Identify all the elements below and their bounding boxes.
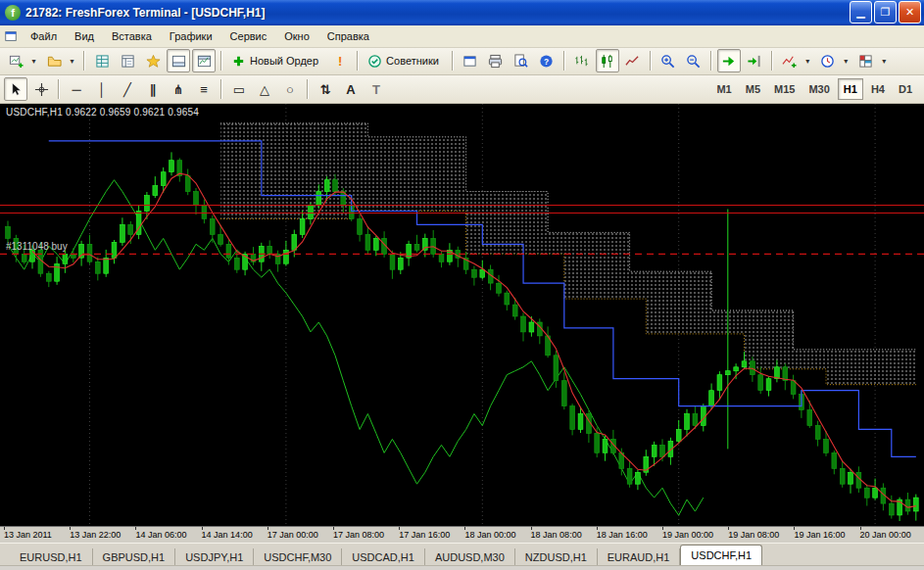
pitchfork-tool[interactable]: ⋔	[167, 77, 190, 101]
crosshair-tool[interactable]	[29, 77, 53, 101]
navigator-button[interactable]	[141, 49, 165, 72]
chart-tab-nzdusdh1[interactable]: NZDUSD,H1	[515, 548, 598, 565]
price-chart[interactable]	[0, 104, 924, 527]
menu-item-0[interactable]: Файл	[22, 27, 66, 45]
chart-tab-eurusdh1[interactable]: EURUSD,H1	[10, 548, 93, 565]
indicators-icon	[781, 54, 798, 69]
auto-scroll-icon	[720, 54, 737, 69]
close-icon: ✕	[905, 6, 914, 19]
indicators-button-dropdown[interactable]: ▾	[802, 50, 813, 71]
timeframe-D1[interactable]: D1	[893, 78, 918, 100]
market-watch-button[interactable]	[90, 49, 114, 72]
terminal-button[interactable]	[167, 49, 190, 72]
trendline-tool[interactable]: ╱	[116, 77, 139, 101]
navigator-icon	[145, 54, 162, 69]
templates-button[interactable]	[854, 49, 878, 72]
time-axis[interactable]: 13 Jan 201113 Jan 22:0014 Jan 06:0014 Ja…	[0, 526, 924, 543]
arrows-tool[interactable]: ⇅	[314, 77, 337, 101]
print-preview-icon	[512, 54, 529, 69]
new-chart-button-dropdown[interactable]: ▾	[28, 50, 39, 71]
templates-button-dropdown[interactable]: ▾	[879, 50, 890, 71]
timeframe-M1[interactable]: M1	[710, 78, 737, 100]
timeframe-H1[interactable]: H1	[838, 78, 863, 100]
channel-tool[interactable]: ∥	[141, 77, 165, 101]
terminal-icon	[170, 54, 187, 69]
toolbar-separator	[83, 51, 85, 71]
toolbar-separator	[563, 51, 565, 71]
new-chart-icon	[8, 54, 24, 69]
new-chart-button[interactable]	[4, 49, 27, 72]
help-button[interactable]: ?	[535, 49, 559, 72]
cursor-tool[interactable]	[4, 77, 27, 101]
chart-tab-gbpusdh1[interactable]: GBPUSD,H1	[93, 548, 176, 565]
minimize-button[interactable]: ▁	[850, 1, 872, 24]
new-order-button[interactable]: Новый Ордер	[227, 49, 326, 72]
menu-item-5[interactable]: Окно	[275, 27, 318, 45]
chart-tab-usdchfh1[interactable]: USDCHF,H1	[680, 545, 762, 565]
cursor-icon	[8, 82, 24, 97]
vline-tool[interactable]: │	[90, 77, 114, 101]
toolbar-separator	[710, 51, 712, 71]
chart-area[interactable]: USDCHF,H1 0.9622 0.9659 0.9621 0.9654 #1…	[0, 104, 924, 527]
bar-chart-button[interactable]	[570, 49, 594, 72]
drawing-toolbar: ─│╱∥⋔≡▭△○⇅AT M1M5M15M30H1H4D1	[0, 75, 924, 104]
text-label-tool[interactable]: T	[365, 77, 388, 101]
zoom-in-button[interactable]	[657, 49, 680, 72]
arrows-icon: ⇅	[317, 83, 334, 96]
timeframe-M15[interactable]: M15	[768, 78, 801, 100]
menu-item-4[interactable]: Сервис	[221, 27, 276, 45]
chart-window-button[interactable]	[459, 49, 482, 72]
close-button[interactable]: ✕	[899, 1, 921, 24]
menu-item-6[interactable]: Справка	[318, 27, 378, 45]
time-axis-label: 17 Jan 16:00	[399, 530, 450, 540]
chart-shift-button[interactable]	[743, 49, 766, 72]
line-chart-button[interactable]	[621, 49, 645, 72]
alerts-button[interactable]: !	[328, 49, 352, 72]
print-button[interactable]	[484, 49, 508, 72]
window-bottom-edge	[0, 565, 924, 570]
auto-scroll-button[interactable]	[717, 49, 741, 72]
profiles-button-dropdown[interactable]: ▾	[67, 50, 77, 71]
hline-tool[interactable]: ─	[65, 77, 88, 101]
time-axis-label: 19 Jan 08:00	[728, 530, 779, 540]
print-preview-button[interactable]	[510, 49, 533, 72]
data-window-button[interactable]	[116, 49, 139, 72]
strategy-tester-button[interactable]	[192, 49, 216, 72]
ellipse-tool[interactable]: ○	[278, 77, 302, 101]
triangle-icon: △	[257, 83, 273, 96]
periods-button-dropdown[interactable]: ▾	[841, 50, 851, 71]
timeframe-buttons: M1M5M15M30H1H4D1	[709, 78, 919, 100]
expert-advisors-button[interactable]: Советники	[364, 49, 447, 72]
fibonacci-icon: ≡	[196, 83, 213, 96]
timeframe-M5[interactable]: M5	[740, 78, 766, 100]
chart-tab-audusdm30[interactable]: AUDUSD,M30	[425, 548, 515, 565]
ellipse-icon: ○	[282, 83, 299, 96]
crosshair-icon	[33, 82, 50, 97]
periods-button[interactable]	[816, 49, 840, 72]
text-tool[interactable]: A	[339, 77, 363, 101]
chart-tab-usdjpyh1[interactable]: USDJPY,H1	[175, 548, 254, 565]
restore-button[interactable]: ❐	[874, 1, 897, 24]
timeframe-M30[interactable]: M30	[802, 78, 835, 100]
vline-icon: │	[94, 83, 111, 96]
rectangle-tool[interactable]: ▭	[227, 77, 251, 101]
zoom-in-icon	[659, 54, 676, 69]
chart-tab-euraudh1[interactable]: EURAUD,H1	[598, 548, 681, 565]
chart-tab-usdcadh1[interactable]: USDCAD,H1	[342, 548, 425, 565]
profiles-button[interactable]	[42, 49, 66, 72]
chart-tab-usdchfm30[interactable]: USDCHF,M30	[254, 548, 342, 565]
toolbar-separator	[220, 51, 222, 71]
candlestick-chart-button[interactable]	[596, 49, 619, 72]
toolbar-separator	[307, 79, 309, 99]
fibonacci-tool[interactable]: ≡	[192, 77, 216, 101]
triangle-tool[interactable]: △	[253, 77, 276, 101]
time-axis-label: 19 Jan 16:00	[794, 530, 845, 540]
time-axis-label: 13 Jan 2011	[4, 530, 52, 540]
indicators-button[interactable]	[778, 49, 802, 72]
menu-item-1[interactable]: Вид	[66, 27, 103, 45]
menu-item-2[interactable]: Вставка	[103, 27, 161, 45]
menu-item-3[interactable]: Графики	[161, 27, 221, 45]
timeframe-H4[interactable]: H4	[865, 78, 891, 100]
zoom-out-button[interactable]	[682, 49, 705, 72]
restore-icon: ❐	[881, 6, 891, 19]
